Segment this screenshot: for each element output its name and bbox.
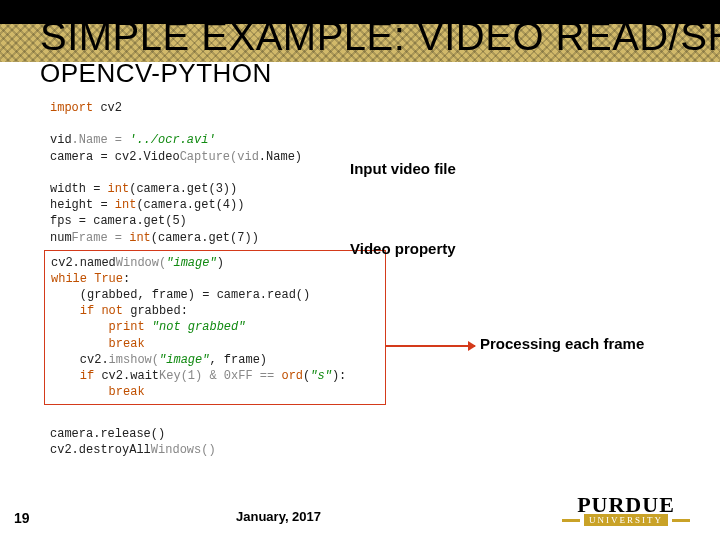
logo-bar-right	[672, 519, 690, 522]
page-subtitle: OPENCV-PYTHON	[40, 58, 272, 89]
slide-number: 19	[14, 510, 30, 526]
slide-date: January, 2017	[236, 509, 321, 524]
annotation-processing: Processing each frame	[480, 335, 644, 352]
code-block: import cv2 vid.Name = '../ocr.avi' camer…	[50, 100, 380, 458]
processing-box: cv2.namedWindow("image") while True: (gr…	[44, 250, 386, 406]
annotation-input-file: Input video file	[350, 160, 456, 177]
purdue-logo: PURDUE UNIVERSITY	[562, 492, 690, 526]
page-title: SIMPLE EXAMPLE: VIDEO READ/SHOW	[40, 14, 720, 59]
kw-import: import	[50, 101, 93, 115]
arrow-icon	[385, 345, 475, 347]
logo-subtext: UNIVERSITY	[584, 514, 668, 526]
annotation-video-property: Video property	[350, 240, 456, 257]
logo-bar-left	[562, 519, 580, 522]
